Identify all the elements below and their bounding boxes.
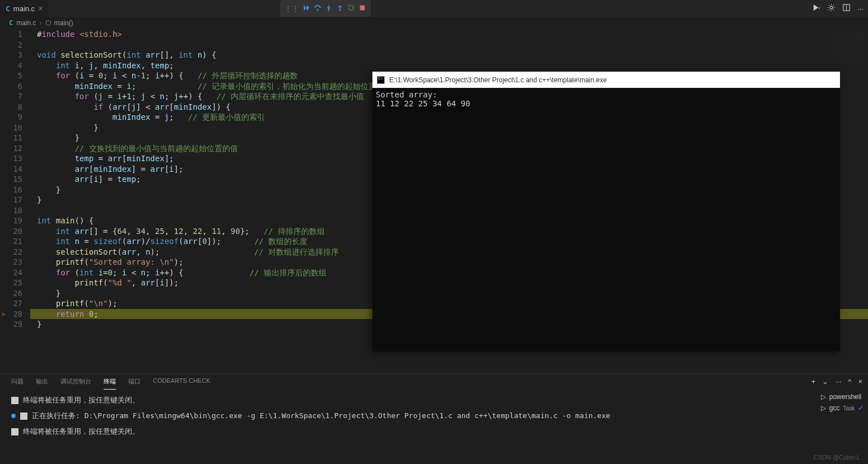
- breadcrumb[interactable]: C main.c › ⬡ main(): [0, 17, 868, 29]
- step-over-icon[interactable]: [314, 4, 321, 13]
- panel-tab[interactable]: 输出: [36, 377, 48, 390]
- editor-tab-main-c[interactable]: C main.c ×: [0, 0, 49, 17]
- svg-point-0: [317, 9, 319, 11]
- svg-point-4: [830, 6, 833, 9]
- svg-point-2: [339, 10, 341, 11]
- check-icon: ✓: [858, 404, 864, 412]
- code-line[interactable]: void selectionSort(int arr[], int n) {: [30, 50, 868, 60]
- terminal-list-item[interactable]: ▷gcc Task ✓: [821, 404, 864, 412]
- step-into-icon[interactable]: [325, 4, 333, 13]
- split-editor-icon[interactable]: [842, 3, 851, 13]
- bullet-icon: [11, 414, 16, 418]
- stop-icon[interactable]: [358, 4, 366, 13]
- terminal-line: 终端将被任务重用，按任意键关闭。: [11, 426, 857, 437]
- close-panel-icon[interactable]: ×: [858, 377, 862, 386]
- terminal-name: gcc: [829, 404, 840, 412]
- terminal-name: powershell: [829, 393, 861, 401]
- svg-rect-3: [360, 5, 365, 10]
- console-output: Sorted array:11 12 22 25 34 64 90: [372, 88, 840, 110]
- settings-icon[interactable]: [827, 3, 836, 13]
- code-line[interactable]: [30, 40, 868, 50]
- tab-bar: C main.c × ⋮⋮ ···: [0, 0, 868, 17]
- code-line[interactable]: #include <stdio.h>: [30, 29, 868, 40]
- x-icon: [20, 413, 27, 420]
- function-icon: ⬡: [45, 19, 51, 27]
- console-line: 11 12 22 25 34 64 90: [376, 99, 837, 108]
- task-label: Task: [843, 405, 855, 411]
- more-icon[interactable]: ···: [835, 377, 841, 386]
- terminal-output[interactable]: 终端将被任务重用，按任意键关闭。正在执行任务: D:\Program Files…: [0, 390, 868, 448]
- panel-tabs: 问题输出调试控制台终端端口CODEARTS CHECK: [0, 374, 868, 390]
- console-title: E:\1.WorkSpace\1.Project\3.Other Project…: [389, 76, 607, 84]
- more-icon[interactable]: ···: [857, 4, 864, 13]
- run-dropdown-icon[interactable]: [812, 3, 820, 13]
- step-out-icon[interactable]: [336, 4, 344, 13]
- chevron-down-icon[interactable]: ⌄: [822, 377, 828, 386]
- line-gutter: 1234567891011121314151617181920212223242…: [0, 29, 30, 371]
- continue-icon[interactable]: [302, 4, 310, 13]
- terminal-list-item[interactable]: ▷powershell: [821, 393, 864, 401]
- panel-tab[interactable]: 问题: [11, 377, 24, 390]
- breadcrumb-file[interactable]: main.c: [16, 19, 36, 27]
- breadcrumb-function[interactable]: main(): [54, 19, 73, 27]
- editor-actions: ···: [812, 0, 864, 17]
- panel-tab[interactable]: 端口: [128, 377, 141, 390]
- panel-actions: + ⌄ ··· ^ ×: [811, 377, 862, 386]
- c-file-icon: C: [9, 19, 13, 27]
- debug-toolbar: ⋮⋮: [280, 0, 371, 17]
- panel-tab[interactable]: 终端: [104, 377, 116, 390]
- svg-point-1: [328, 10, 330, 11]
- code-line[interactable]: int i, j, minIndex, temp;: [30, 60, 868, 71]
- console-window[interactable]: E:\1.WorkSpace\1.Project\3.Other Project…: [372, 72, 840, 351]
- panel-tab[interactable]: CODEARTS CHECK: [153, 377, 210, 390]
- tab-filename: main.c: [13, 4, 35, 13]
- drag-handle-icon[interactable]: ⋮⋮: [284, 4, 299, 13]
- terminal-line: 终端将被任务重用，按任意键关闭。: [11, 395, 857, 405]
- console-line: Sorted array:: [376, 90, 837, 99]
- panel-tab[interactable]: 调试控制台: [60, 377, 91, 390]
- restart-icon[interactable]: [347, 4, 355, 13]
- chevron-right-icon: ›: [40, 19, 42, 27]
- bottom-panel: 问题输出调试控制台终端端口CODEARTS CHECK + ⌄ ··· ^ × …: [0, 373, 868, 464]
- terminal-icon: ▷: [821, 404, 826, 412]
- c-file-icon: C: [6, 4, 10, 13]
- x-icon: [11, 397, 18, 404]
- x-icon: [11, 428, 18, 435]
- minimap[interactable]: [815, 31, 864, 63]
- watermark: CSDN @Cyber.L: [814, 454, 860, 461]
- terminal-list: ▷powershell▷gcc Task ✓: [821, 393, 864, 412]
- terminal-line: 正在执行任务: D:\Program Files\mingw64\bin\gcc…: [11, 411, 857, 421]
- tab-close-icon[interactable]: ×: [38, 4, 43, 13]
- breakpoint-icon[interactable]: ▷: [2, 309, 6, 320]
- console-app-icon: [377, 76, 385, 84]
- terminal-icon: ▷: [821, 393, 826, 401]
- new-terminal-icon[interactable]: +: [811, 377, 816, 386]
- maximize-panel-icon[interactable]: ^: [848, 377, 851, 386]
- console-titlebar[interactable]: E:\1.WorkSpace\1.Project\3.Other Project…: [372, 72, 840, 88]
